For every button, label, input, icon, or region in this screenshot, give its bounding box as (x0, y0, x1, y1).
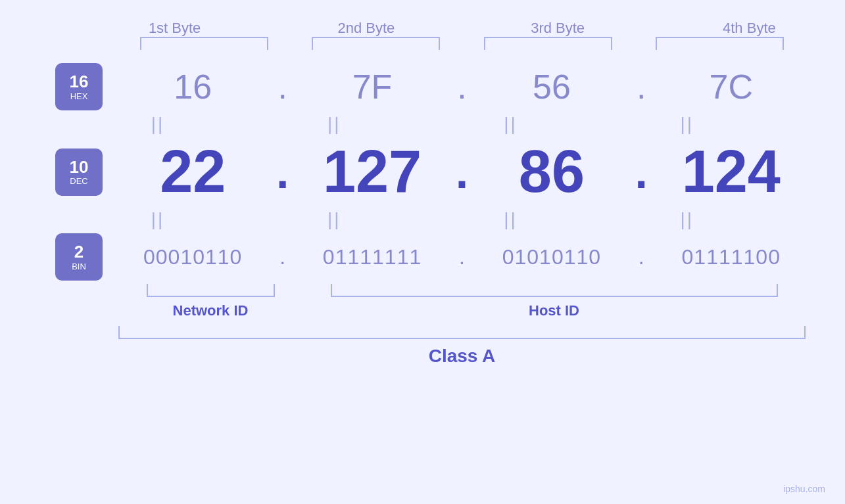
eq1-3: || (439, 114, 583, 135)
hex-value-2: 7F (300, 67, 445, 106)
hex-badge: 16 HEX (55, 63, 103, 110)
dec-label-container: 10 DEC (39, 149, 118, 196)
dec-badge-text: DEC (70, 176, 87, 186)
network-bracket (147, 284, 275, 297)
dec-value-1: 22 (120, 138, 265, 206)
dec-badge-number: 10 (70, 158, 89, 177)
bottom-labels: Network ID Host ID (118, 302, 806, 319)
eq1-1: || (85, 114, 230, 135)
bin-dot-3: . (628, 245, 654, 269)
host-bracket (331, 284, 778, 297)
eq2-4: || (615, 209, 760, 230)
bin-label-container: 2 BIN (39, 233, 118, 281)
eq1-2: || (262, 114, 406, 135)
dec-values-row: 22 . 127 . 86 . 124 (118, 138, 806, 206)
dec-value-4: 124 (659, 138, 804, 206)
network-id-label: Network ID (147, 302, 275, 319)
bin-badge-number: 2 (74, 242, 84, 262)
top-bracket-4 (656, 37, 784, 50)
equals-hex-dec: || . || . || . || (79, 114, 766, 135)
hex-badge-number: 16 (70, 72, 89, 91)
top-bracket-3 (484, 37, 612, 50)
hex-row: 16 HEX 16 . 7F . 56 . 7C (39, 63, 806, 110)
bin-value-4: 01111100 (659, 245, 804, 269)
dec-dot-1: . (270, 146, 296, 198)
host-id-label: Host ID (331, 302, 778, 319)
dec-dot-2: . (448, 146, 475, 198)
top-bracket-1 (140, 37, 268, 50)
eq2-3: || (439, 209, 583, 230)
bin-dot-1: . (270, 245, 296, 269)
byte-header-1: 1st Byte (103, 20, 247, 37)
eq1-4: || (615, 114, 760, 135)
eq2-1: || (85, 209, 230, 230)
dec-value-3: 86 (479, 138, 624, 206)
dec-badge: 10 DEC (55, 149, 103, 196)
hex-value-4: 7C (659, 67, 804, 106)
byte-header-4: 4th Byte (677, 20, 821, 37)
dec-value-2: 127 (300, 138, 445, 206)
hex-badge-text: HEX (70, 91, 88, 101)
hex-value-3: 56 (479, 67, 624, 106)
byte-header-2: 2nd Byte (294, 20, 439, 37)
bottom-section: Network ID Host ID (118, 284, 806, 319)
class-section: Class A (118, 326, 806, 367)
bin-dot-2: . (448, 245, 475, 269)
dec-row: 10 DEC 22 . 127 . 86 . 124 (39, 138, 806, 206)
hex-dot-1: . (270, 67, 296, 106)
class-label: Class A (118, 346, 806, 367)
bin-values-row: 00010110 . 01111111 . 01010110 . 0111110… (118, 245, 806, 269)
bin-badge-text: BIN (72, 262, 86, 271)
top-bracket-2 (312, 37, 440, 50)
hex-values-row: 16 . 7F . 56 . 7C (118, 67, 806, 106)
bin-value-3: 01010110 (479, 245, 624, 269)
bin-value-2: 01111111 (300, 245, 445, 269)
class-bracket (118, 326, 806, 339)
bottom-brackets (118, 284, 806, 297)
watermark: ipshu.com (783, 484, 825, 494)
equals-dec-bin: || . || . || . || (79, 209, 766, 230)
bin-row: 2 BIN 00010110 . 01111111 . 01010110 . (39, 233, 806, 281)
hex-value-1: 16 (120, 67, 265, 106)
byte-headers: 1st Byte 2nd Byte 3rd Byte 4th Byte (79, 20, 845, 37)
dec-dot-3: . (628, 146, 654, 198)
bin-badge: 2 BIN (55, 233, 103, 281)
eq2-2: || (262, 209, 406, 230)
bin-value-1: 00010110 (120, 245, 265, 269)
main-container: 1st Byte 2nd Byte 3rd Byte 4th Byte 16 H… (0, 0, 845, 504)
hex-dot-3: . (628, 67, 654, 106)
top-brackets (118, 37, 806, 50)
byte-header-3: 3rd Byte (485, 20, 630, 37)
hex-dot-2: . (448, 67, 475, 106)
hex-label-container: 16 HEX (39, 63, 118, 110)
